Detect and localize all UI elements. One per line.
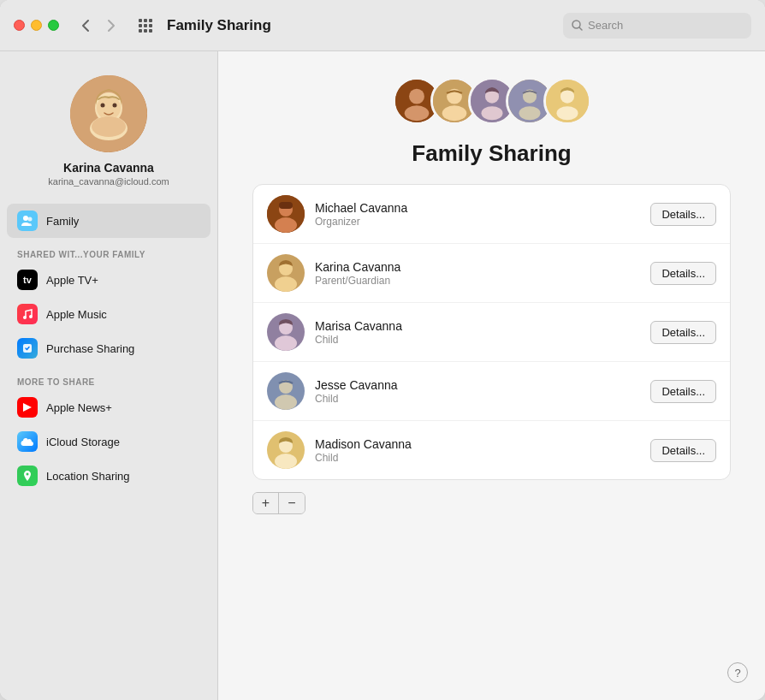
user-name: Karina Cavanna xyxy=(63,161,154,175)
user-email: karina_cavanna@icloud.com xyxy=(48,176,169,187)
members-list: Michael Cavanna Organizer Details... xyxy=(252,184,731,480)
svg-rect-32 xyxy=(279,202,293,209)
sidebar-item-purchase-sharing[interactable]: Purchase Sharing xyxy=(7,331,211,365)
member-name-0: Michael Cavanna xyxy=(315,201,640,215)
member-row: Marisa Cavanna Child Details... xyxy=(253,303,730,362)
svg-point-19 xyxy=(442,105,466,121)
apple-news-icon xyxy=(17,397,38,418)
location-icon xyxy=(17,466,38,486)
purchase-sharing-label: Purchase Sharing xyxy=(46,342,134,355)
svg-point-7 xyxy=(113,104,117,108)
add-member-button[interactable]: + xyxy=(253,493,279,513)
member-name-4: Madison Cavanna xyxy=(315,437,640,451)
apple-music-label: Apple Music xyxy=(46,308,107,321)
member-name-2: Marisa Cavanna xyxy=(315,319,640,333)
sidebar-family-section: Family xyxy=(0,204,217,238)
close-button[interactable] xyxy=(14,20,25,31)
svg-point-9 xyxy=(28,217,33,222)
apple-music-icon xyxy=(17,304,38,324)
member-name-1: Karina Cavanna xyxy=(315,260,640,274)
apple-tv-icon: tv xyxy=(17,270,38,290)
user-profile: Karina Cavanna karina_cavanna@icloud.com xyxy=(0,65,217,204)
apple-tv-label: Apple TV+ xyxy=(46,274,98,287)
titlebar: Family Sharing Search xyxy=(0,0,765,51)
search-bar[interactable]: Search xyxy=(563,13,751,39)
minimize-button[interactable] xyxy=(31,20,42,31)
shared-items-section: tv Apple TV+ Apple Music xyxy=(0,263,217,365)
details-button-0[interactable]: Details... xyxy=(650,203,716,226)
svg-point-27 xyxy=(560,90,573,104)
svg-point-15 xyxy=(409,89,424,104)
shared-section-label: SHARED WIT...YOUR FAMILY xyxy=(0,241,217,263)
search-icon xyxy=(572,20,583,31)
svg-point-16 xyxy=(404,105,429,121)
member-row: Madison Cavanna Child Details... xyxy=(253,421,730,479)
details-button-3[interactable]: Details... xyxy=(650,380,716,403)
member-avatar-4 xyxy=(267,431,305,469)
svg-point-38 xyxy=(275,335,297,351)
sidebar-item-apple-music[interactable]: Apple Music xyxy=(7,297,211,331)
maximize-button[interactable] xyxy=(48,20,59,31)
help-button[interactable]: ? xyxy=(727,662,748,683)
svg-point-10 xyxy=(23,316,27,319)
nav-buttons xyxy=(74,15,122,37)
more-section-label: MORE TO SHARE xyxy=(0,369,217,390)
svg-point-25 xyxy=(519,106,540,120)
family-avatars xyxy=(393,77,591,125)
details-button-2[interactable]: Details... xyxy=(650,321,716,344)
member-info-2: Marisa Cavanna Child xyxy=(315,319,640,346)
details-button-4[interactable]: Details... xyxy=(650,439,716,462)
svg-point-28 xyxy=(556,106,578,120)
member-row: Karina Cavanna Parent/Guardian Details..… xyxy=(253,244,730,303)
svg-point-13 xyxy=(27,473,29,476)
sidebar-item-apple-news-plus[interactable]: Apple News+ xyxy=(7,390,211,424)
back-button[interactable] xyxy=(74,15,97,37)
family-icon xyxy=(17,211,38,231)
svg-point-3 xyxy=(97,96,121,120)
member-info-3: Jesse Cavanna Child xyxy=(315,378,640,405)
search-placeholder: Search xyxy=(588,19,623,32)
member-role-0: Organizer xyxy=(315,216,640,228)
panel-title: Family Sharing xyxy=(412,140,571,167)
forward-button[interactable] xyxy=(100,15,122,37)
svg-point-22 xyxy=(481,106,502,120)
member-role-2: Child xyxy=(315,334,640,346)
remove-member-button[interactable]: − xyxy=(279,493,305,513)
sidebar-item-icloud-storage[interactable]: iCloud Storage xyxy=(7,424,211,459)
user-avatar xyxy=(70,75,147,152)
member-info-0: Michael Cavanna Organizer xyxy=(315,201,640,228)
svg-point-8 xyxy=(23,216,28,221)
svg-point-41 xyxy=(275,394,297,410)
apple-news-label: Apple News+ xyxy=(46,401,112,414)
svg-point-5 xyxy=(92,116,126,137)
purchase-sharing-icon xyxy=(17,338,38,359)
sidebar-item-location-sharing[interactable]: Location Sharing xyxy=(7,459,211,493)
svg-point-44 xyxy=(275,454,297,469)
traffic-lights xyxy=(14,20,59,31)
right-panel: Family Sharing Michael Cavanna xyxy=(218,51,765,700)
member-role-3: Child xyxy=(315,393,640,405)
grid-view-button[interactable] xyxy=(134,15,157,37)
member-avatar-1 xyxy=(267,254,305,292)
svg-point-11 xyxy=(29,315,33,318)
svg-point-6 xyxy=(101,104,105,108)
avatar-image xyxy=(70,75,147,152)
sidebar-item-apple-tv-plus[interactable]: tv Apple TV+ xyxy=(7,263,211,297)
sidebar-family-label: Family xyxy=(46,215,79,228)
window-title: Family Sharing xyxy=(167,17,553,34)
icloud-icon xyxy=(17,431,38,452)
family-avatar-5 xyxy=(543,77,591,125)
sidebar: Karina Cavanna karina_cavanna@icloud.com… xyxy=(0,51,218,700)
sidebar-item-family[interactable]: Family xyxy=(7,204,211,238)
more-items-section: Apple News+ iCloud Storage xyxy=(0,390,217,493)
member-avatar-0 xyxy=(267,195,305,233)
main-window: Family Sharing Search xyxy=(0,0,765,700)
svg-point-31 xyxy=(275,217,297,233)
main-content: Karina Cavanna karina_cavanna@icloud.com… xyxy=(0,51,765,700)
location-sharing-label: Location Sharing xyxy=(46,470,130,483)
details-button-1[interactable]: Details... xyxy=(650,262,716,285)
member-avatar-2 xyxy=(267,313,305,351)
icloud-storage-label: iCloud Storage xyxy=(46,436,120,448)
family-icon-svg xyxy=(21,214,34,228)
member-name-3: Jesse Cavanna xyxy=(315,378,640,392)
